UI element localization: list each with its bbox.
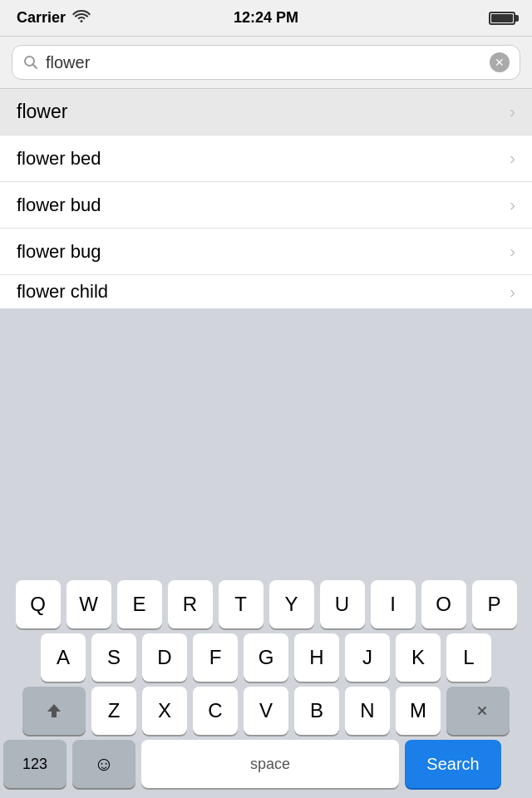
suggestion-item[interactable]: flower bed › [0,135,532,182]
battery-icon [489,12,515,25]
key-i[interactable]: I [371,580,416,628]
suggestion-text: flower bed [17,148,101,170]
search-bar: ✕ [0,37,532,89]
key-e[interactable]: E [117,580,162,628]
chevron-icon: › [510,102,515,121]
key-d[interactable]: D [142,633,187,682]
key-q[interactable]: Q [16,580,61,628]
delete-key[interactable] [446,687,510,735]
suggestions-list: flower › flower bed › flower bud › flowe… [0,89,532,308]
keyboard-row-1: Q W E R T Y U I O P [0,575,532,628]
carrier-label: Carrier [17,9,66,27]
suggestion-item[interactable]: flower bud › [0,182,532,229]
search-key[interactable]: Search [405,740,501,788]
suggestion-text: flower child [17,281,108,303]
key-h[interactable]: H [294,633,339,682]
space-key[interactable]: space [141,740,399,788]
key-k[interactable]: K [396,633,441,682]
clear-button[interactable]: ✕ [490,52,510,72]
key-f[interactable]: F [193,633,238,682]
key-x[interactable]: X [142,687,187,735]
status-time: 12:24 PM [234,9,298,27]
key-z[interactable]: Z [91,687,136,735]
key-s[interactable]: S [91,633,136,682]
key-j[interactable]: J [345,633,390,682]
keyboard-bottom-row: 123 ☺ space Search [0,735,532,798]
shift-key[interactable] [22,687,86,735]
suggestion-text: flower [17,101,67,123]
wifi-icon [72,9,91,27]
status-right [489,12,515,25]
suggestion-item[interactable]: flower › [0,89,532,135]
key-r[interactable]: R [168,580,213,628]
key-w[interactable]: W [66,580,111,628]
key-a[interactable]: A [41,633,86,682]
keyboard: Q W E R T Y U I O P A S D F G H J K L Z … [0,575,532,798]
chevron-icon: › [510,283,515,302]
key-l[interactable]: L [446,633,491,682]
key-u[interactable]: U [320,580,365,628]
numbers-key[interactable]: 123 [3,740,66,788]
suggestion-text: flower bug [17,241,101,263]
chevron-icon: › [510,242,515,261]
chevron-icon: › [510,195,515,214]
search-input[interactable] [46,53,483,72]
search-icon [22,54,39,71]
key-o[interactable]: O [421,580,466,628]
suggestion-item-partial[interactable]: flower child › [0,275,532,308]
key-p[interactable]: P [472,580,517,628]
suggestion-item[interactable]: flower bug › [0,229,532,275]
key-y[interactable]: Y [269,580,314,628]
search-input-wrapper[interactable]: ✕ [12,45,520,80]
key-m[interactable]: M [396,687,441,735]
key-n[interactable]: N [345,687,390,735]
key-b[interactable]: B [294,687,339,735]
status-bar: Carrier 12:24 PM [0,0,532,37]
keyboard-row-3: Z X C V B N M [0,682,532,735]
key-t[interactable]: T [219,580,264,628]
chevron-icon: › [510,149,515,168]
key-g[interactable]: G [244,633,288,682]
status-left: Carrier [17,9,91,27]
key-v[interactable]: V [244,687,288,735]
suggestion-text: flower bud [17,195,101,216]
key-c[interactable]: C [193,687,238,735]
keyboard-row-2: A S D F G H J K L [0,628,532,682]
emoji-key[interactable]: ☺ [72,740,135,788]
